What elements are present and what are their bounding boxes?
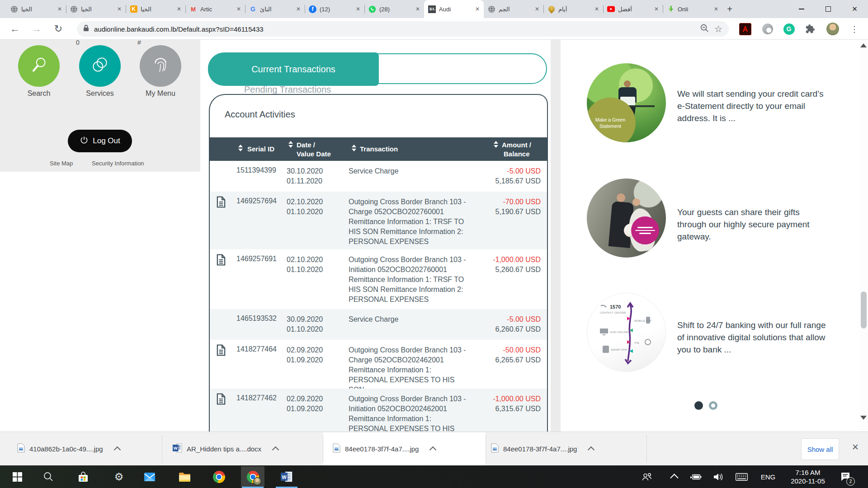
carousel-dot[interactable] bbox=[709, 401, 717, 410]
browser-tab-12[interactable]: Onli ✕ bbox=[663, 0, 722, 18]
current-transactions-tab[interactable]: Current Transactions bbox=[208, 52, 379, 86]
my-menu-button[interactable] bbox=[140, 45, 181, 87]
security-information-link[interactable]: Security Information bbox=[92, 160, 144, 167]
pending-transactions-tab[interactable]: Pending Transactions bbox=[244, 84, 331, 95]
forward-button[interactable]: → bbox=[29, 18, 44, 40]
grammarly-icon[interactable]: G bbox=[783, 23, 795, 35]
table-row[interactable]: 1418277462 02.09.202001.09.2020 Outgoing… bbox=[210, 389, 547, 432]
sort-icon[interactable] bbox=[288, 141, 293, 148]
scrollbar-thumb[interactable] bbox=[861, 291, 867, 328]
tab-close-icon[interactable]: ✕ bbox=[415, 6, 420, 12]
tab-close-icon[interactable]: ✕ bbox=[117, 6, 122, 12]
search-button[interactable] bbox=[18, 45, 60, 87]
sort-icon[interactable] bbox=[238, 145, 243, 151]
download-file-name[interactable]: 84ee0178-3f7f-4a7....jpg bbox=[345, 445, 419, 453]
download-item[interactable]: 84ee0178-3f7f-4a7....jpg bbox=[491, 432, 594, 465]
window-maximize-button[interactable] bbox=[815, 0, 841, 18]
site-map-link[interactable]: Site Map bbox=[50, 160, 73, 167]
download-item[interactable]: W AR_Hidden tips a....docx bbox=[173, 432, 278, 465]
promo-wedding-image[interactable] bbox=[587, 178, 666, 258]
mail-app-icon[interactable] bbox=[139, 465, 160, 488]
col-amount-line1[interactable]: Amount / bbox=[502, 141, 531, 149]
url-text[interactable]: audionline.bankaudi.com.lb/Default.aspx?… bbox=[94, 25, 694, 33]
sort-icon[interactable] bbox=[352, 145, 356, 151]
tab-close-icon[interactable]: ✕ bbox=[654, 6, 659, 12]
tab-close-icon[interactable]: ✕ bbox=[236, 6, 241, 12]
download-file-name[interactable]: 84ee0178-3f7f-4a7....jpg bbox=[503, 445, 577, 453]
tab-close-icon[interactable]: ✕ bbox=[535, 6, 539, 12]
back-button[interactable]: ← bbox=[7, 18, 23, 40]
table-row[interactable]: 1418277464 02.09.202001.09.2020 Outgoing… bbox=[210, 340, 547, 389]
tab-close-icon[interactable]: ✕ bbox=[475, 6, 480, 12]
download-menu-caret-icon[interactable] bbox=[429, 446, 437, 453]
file-explorer-icon[interactable] bbox=[174, 465, 195, 488]
profile-avatar[interactable] bbox=[826, 23, 839, 35]
document-icon[interactable] bbox=[216, 344, 226, 358]
tab-close-icon[interactable]: ✕ bbox=[594, 6, 599, 12]
tab-close-icon[interactable]: ✕ bbox=[57, 6, 62, 12]
chrome-active-profile-icon[interactable] bbox=[242, 465, 264, 488]
col-transaction[interactable]: Transaction bbox=[360, 145, 398, 153]
browser-tab-6[interactable]: f (12) ✕ bbox=[305, 0, 364, 18]
promo-text-gifts[interactable]: Your guests can share their gifts throug… bbox=[677, 206, 829, 243]
window-minimize-button[interactable] bbox=[788, 0, 815, 18]
col-date-line1[interactable]: Date / bbox=[297, 141, 315, 149]
browser-tab-2[interactable]: الخيا ✕ bbox=[66, 0, 126, 18]
col-serial-id[interactable]: Serial ID bbox=[247, 145, 274, 153]
page-scrollbar[interactable] bbox=[859, 40, 868, 432]
log-out-button[interactable]: Log Out bbox=[68, 130, 132, 152]
browser-tab-10[interactable]: أيام ✕ bbox=[543, 0, 603, 18]
download-menu-caret-icon[interactable] bbox=[113, 446, 121, 453]
document-icon[interactable] bbox=[216, 196, 226, 210]
sort-icon[interactable] bbox=[494, 141, 498, 148]
browser-tab-3[interactable]: K الخيا ✕ bbox=[126, 0, 185, 18]
col-date-line2[interactable]: Value Date bbox=[297, 150, 331, 158]
settings-gear-icon[interactable]: ⚙ bbox=[108, 465, 130, 488]
adobe-extension-icon[interactable] bbox=[739, 23, 751, 35]
zoom-out-icon[interactable] bbox=[699, 23, 709, 35]
show-all-downloads-button[interactable]: Show all bbox=[801, 438, 839, 460]
scroll-up-arrow[interactable] bbox=[860, 43, 867, 47]
extensions-puzzle-icon[interactable] bbox=[804, 23, 816, 35]
promo-digital-banking-image[interactable]: 1570 CONTACT CENTER MOBILE APP AUDI ONLI… bbox=[587, 293, 666, 372]
browser-tab-11[interactable]: أفضل ✕ bbox=[603, 0, 663, 18]
download-menu-caret-icon[interactable] bbox=[272, 446, 279, 453]
browser-tab-5[interactable]: G النائ ✕ bbox=[245, 0, 305, 18]
new-tab-button[interactable]: + bbox=[723, 3, 736, 15]
microsoft-store-icon[interactable] bbox=[72, 465, 94, 488]
table-row[interactable]: 1469257691 02.10.202001.10.2020 Outgoing… bbox=[210, 249, 547, 309]
start-button[interactable] bbox=[6, 465, 28, 488]
tab-close-icon[interactable]: ✕ bbox=[177, 6, 181, 12]
scroll-down-arrow[interactable] bbox=[860, 416, 867, 420]
download-file-name[interactable]: 410a862b-1a0c-49....jpg bbox=[29, 445, 103, 453]
word-taskbar-icon[interactable]: W bbox=[276, 465, 297, 488]
window-close-button[interactable]: ✕ bbox=[841, 0, 868, 18]
col-amount-line2[interactable]: Balance bbox=[504, 150, 530, 158]
gray-extension-icon[interactable] bbox=[761, 23, 774, 35]
download-item-highlighted[interactable]: 84ee0178-3f7f-4a7....jpg bbox=[333, 432, 435, 465]
carousel-dot-active[interactable] bbox=[694, 401, 703, 410]
browser-menu-icon[interactable]: ⋮ bbox=[848, 23, 861, 35]
touch-keyboard-icon[interactable] bbox=[731, 465, 752, 488]
promo-green-statement-image[interactable]: Make a Green Statement bbox=[587, 63, 666, 142]
bookmark-star-icon[interactable]: ☆ bbox=[714, 23, 722, 34]
close-downloads-bar-icon[interactable]: ✕ bbox=[852, 442, 859, 452]
browser-tab-9[interactable]: الجم ✕ bbox=[484, 0, 543, 18]
taskbar-clock[interactable]: 7:16 AM 2020-11-05 bbox=[781, 468, 835, 485]
address-bar[interactable]: audionline.bankaudi.com.lb/Default.aspx?… bbox=[77, 21, 729, 37]
battery-charging-icon[interactable] bbox=[685, 465, 707, 488]
refresh-button[interactable]: ↻ bbox=[51, 18, 66, 40]
document-icon[interactable] bbox=[216, 393, 226, 407]
table-row[interactable]: 1469257694 02.10.202001.10.2020 Outgoing… bbox=[210, 192, 547, 249]
people-tray-icon[interactable] bbox=[636, 465, 658, 488]
tab-close-icon[interactable]: ✕ bbox=[714, 6, 718, 12]
browser-tab-7[interactable]: (28) ✕ bbox=[364, 0, 424, 18]
services-button[interactable] bbox=[79, 45, 121, 87]
download-item[interactable]: 410a862b-1a0c-49....jpg bbox=[17, 432, 120, 465]
chrome-taskbar-icon[interactable] bbox=[208, 465, 230, 488]
taskbar-search-icon[interactable] bbox=[38, 465, 59, 488]
table-row[interactable]: 1465193532 30.09.202001.10.2020 Service … bbox=[210, 309, 547, 340]
browser-tab-active[interactable]: BA Audi ✕ bbox=[424, 0, 484, 18]
promo-text-digital[interactable]: Shift to 24/7 banking with our full rang… bbox=[677, 319, 829, 356]
table-row[interactable]: 1511394399 30.10.202001.11.2020 Service … bbox=[210, 161, 547, 192]
